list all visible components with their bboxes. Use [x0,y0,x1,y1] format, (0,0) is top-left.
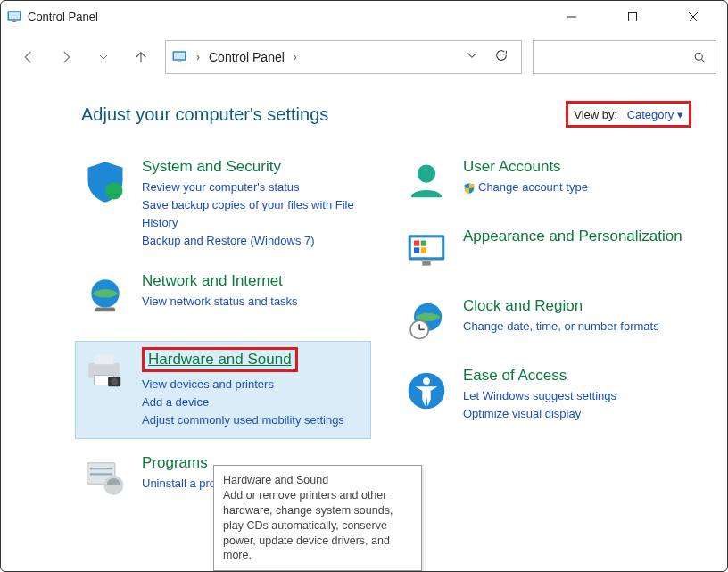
clock-globe-icon [402,297,451,345]
category-link[interactable]: Optimize visual display [463,405,616,423]
recent-locations-button[interactable] [90,44,117,70]
tooltip-body: Add or remove printers and other hardwar… [223,488,412,563]
shield-icon [81,158,129,206]
category-link[interactable]: Adjust commonly used mobility settings [142,411,344,429]
navbar: › Control Panel › [1,33,727,81]
maximize-button[interactable] [613,4,652,30]
svg-line-11 [701,59,705,62]
address-bar[interactable]: › Control Panel › [165,40,522,74]
category-link[interactable]: Change account type [463,178,588,196]
category-link[interactable]: Add a device [142,394,344,411]
category-hardware-sound[interactable]: Hardware and Sound View devices and prin… [76,342,370,438]
category-appearance[interactable]: Appearance and Personalization [402,228,691,276]
chevron-right-icon: › [196,51,200,63]
svg-rect-31 [422,261,430,266]
printer-icon [81,347,129,395]
page-heading: Adjust your computer's settings [81,104,328,125]
svg-rect-2 [12,21,17,22]
globe-icon [81,272,129,320]
user-icon [402,158,451,206]
category-system-security[interactable]: System and Security Review your computer… [81,158,370,251]
category-link[interactable]: Backup and Restore (Windows 7) [142,232,370,250]
category-link[interactable]: Let Windows suggest settings [463,387,616,405]
search-box[interactable] [533,40,716,74]
control-panel-icon [171,49,187,65]
up-button[interactable] [128,44,154,70]
category-title[interactable]: Ease of Access [463,367,616,385]
forward-button[interactable] [53,44,79,70]
category-link[interactable]: Change date, time, or number formats [463,318,659,336]
chevron-right-icon[interactable]: › [294,51,297,63]
category-network-internet[interactable]: Network and Internet View network status… [81,272,370,320]
tooltip-title: Hardware and Sound [223,473,412,488]
content-area: Adjust your computer's settings View by:… [1,81,727,524]
category-link[interactable]: View devices and printers [142,376,344,394]
viewby-dropdown[interactable]: Category ▾ [627,108,683,121]
monitor-icon [402,228,451,276]
control-panel-window: Control Panel › Control Panel › [0,0,728,572]
category-title[interactable]: Appearance and Personalization [463,228,682,245]
tooltip: Hardware and Sound Add or remove printer… [213,465,422,571]
minimize-button[interactable] [552,4,592,30]
svg-rect-8 [174,53,185,60]
svg-point-24 [418,164,435,182]
viewby-label: View by: [574,108,617,121]
ease-of-access-icon [402,367,451,415]
category-title[interactable]: System and Security [142,158,370,176]
category-link[interactable]: Save backup copies of your files with Fi… [142,196,370,232]
close-button[interactable] [674,4,713,30]
svg-point-37 [423,377,430,385]
category-title-highlighted[interactable]: Hardware and Sound [142,347,298,372]
category-ease-of-access[interactable]: Ease of Access Let Windows suggest setti… [402,367,691,423]
refresh-button[interactable] [494,48,509,66]
svg-point-19 [111,377,118,385]
right-column: User Accounts Change account type Appear… [402,158,691,524]
svg-rect-9 [178,62,182,63]
svg-rect-27 [414,241,419,246]
svg-rect-1 [9,12,20,19]
window-title: Control Panel [28,10,552,23]
svg-rect-4 [629,12,637,21]
svg-rect-16 [95,354,114,364]
svg-point-12 [105,182,123,200]
programs-icon [81,454,129,502]
svg-point-10 [695,53,702,60]
category-clock-region[interactable]: Clock and Region Change date, time, or n… [402,297,691,345]
address-dropdown-button[interactable] [466,49,478,65]
category-title[interactable]: User Accounts [463,158,588,176]
control-panel-icon [6,9,22,25]
svg-rect-28 [421,241,426,246]
uac-shield-icon [463,182,476,195]
svg-rect-14 [95,307,115,311]
category-link[interactable]: Review your computer's status [142,178,370,196]
category-link[interactable]: View network status and tasks [142,293,298,311]
viewby-highlight: View by: Category ▾ [566,101,691,128]
back-button[interactable] [15,44,42,70]
breadcrumb-root[interactable]: Control Panel [209,50,285,64]
search-icon [693,51,707,64]
svg-rect-30 [421,247,426,253]
category-title[interactable]: Network and Internet [142,272,298,290]
category-user-accounts[interactable]: User Accounts Change account type [402,158,691,206]
titlebar: Control Panel [1,1,727,33]
svg-rect-29 [414,247,419,253]
category-title[interactable]: Clock and Region [463,297,659,315]
